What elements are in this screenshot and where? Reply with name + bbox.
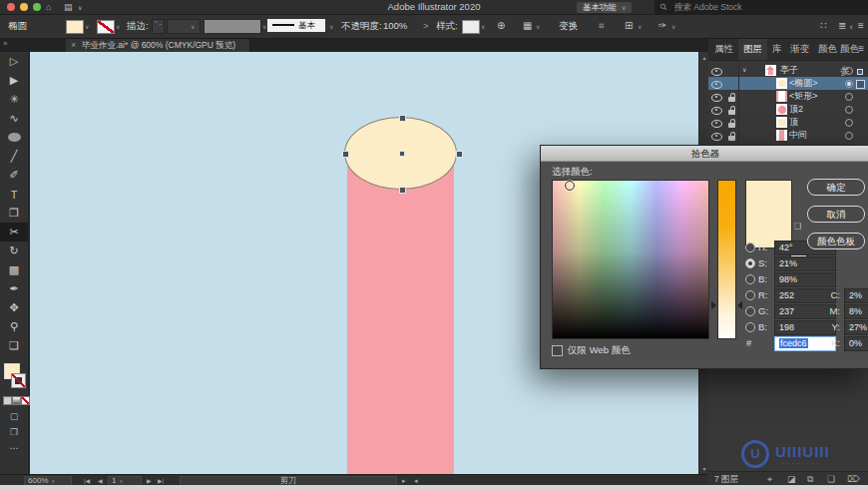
tab-gradient[interactable]: 渐变 — [790, 38, 809, 60]
close-window-button[interactable] — [7, 3, 15, 11]
more-tools-icon[interactable]: ⋯ — [0, 443, 28, 453]
layer-thumbnail[interactable] — [776, 104, 787, 115]
layer-row[interactable]: 顶2 — [708, 103, 868, 116]
radio-r[interactable] — [745, 290, 755, 300]
lock-icon[interactable] — [728, 119, 735, 128]
layer-name[interactable]: <椭圆> — [789, 77, 818, 90]
new-layer-icon[interactable]: ❏ — [827, 472, 835, 486]
collapse-right-icon[interactable]: ▸ — [402, 477, 406, 485]
panel-menu-icon[interactable]: ≡ — [858, 38, 864, 60]
layer-row[interactable]: 顶 — [708, 116, 868, 129]
last-artboard-icon[interactable]: ▶| — [158, 477, 164, 484]
anchor-handle-top[interactable] — [399, 115, 406, 122]
tab-properties[interactable]: 属性 — [714, 38, 733, 60]
layer-row-group[interactable]: ∨ 亭子 — [708, 64, 868, 77]
layer-thumbnail[interactable] — [776, 91, 787, 102]
visibility-icon[interactable] — [711, 68, 722, 76]
pen-settings-icon[interactable]: ✑ — [658, 19, 666, 32]
tab-libraries[interactable]: 库 — [772, 38, 782, 60]
lock-icon[interactable] — [728, 93, 735, 102]
radio-h[interactable] — [745, 243, 755, 252]
ellipse-tool[interactable] — [0, 128, 28, 147]
s-input[interactable]: 21% — [774, 256, 836, 271]
hand-tool[interactable]: ✥ — [0, 298, 28, 317]
transform-label[interactable]: 变换 — [559, 19, 578, 32]
document-setup-grid-icon[interactable]: ▦ — [523, 19, 532, 32]
new-sublayer-icon[interactable]: ⧉ — [807, 472, 813, 486]
chevron-right-icon[interactable]: > — [423, 19, 429, 32]
visibility-icon[interactable] — [711, 94, 722, 102]
draw-mode-icon[interactable]: ▢ — [0, 411, 28, 421]
visibility-icon[interactable] — [711, 107, 722, 115]
opacity-value[interactable]: 100% — [383, 19, 407, 32]
chevron-down-icon[interactable]: ∨ — [85, 23, 89, 30]
stroke-color-swatch[interactable] — [97, 20, 115, 34]
color-swatches-button[interactable]: 颜色色板 — [807, 233, 865, 249]
direct-selection-tool[interactable]: ▶ — [0, 71, 28, 90]
workspace-switcher[interactable]: 基本功能∨ — [577, 2, 632, 13]
type-tool[interactable]: T — [0, 185, 28, 204]
align-icon[interactable]: ⊞ — [625, 19, 633, 32]
scissors-tool[interactable]: ✂ — [0, 223, 28, 242]
target-circle-icon[interactable] — [845, 132, 853, 140]
arrange-grid-icon[interactable]: ∷ — [820, 19, 826, 32]
minimize-window-button[interactable] — [20, 3, 28, 11]
stroke-weight-select[interactable] — [167, 19, 201, 34]
gradient-mode-icon[interactable] — [12, 396, 21, 405]
dialog-titlebar[interactable]: 拾色器 — [541, 146, 868, 162]
visibility-icon[interactable] — [711, 120, 722, 128]
menu-icon[interactable]: ≡ — [858, 19, 864, 32]
zoom-tool[interactable]: ⚲ — [0, 317, 28, 336]
radio-b[interactable] — [745, 274, 755, 284]
expand-arrow-icon[interactable]: ∨ — [742, 64, 746, 77]
next-artboard-icon[interactable]: ▶ — [147, 477, 152, 484]
collapse-left-icon[interactable]: ◂ — [414, 477, 418, 485]
tab-close-icon[interactable]: × — [71, 38, 76, 52]
layer-thumbnail[interactable] — [776, 130, 787, 141]
chevron-down-icon[interactable]: ∨ — [116, 23, 120, 30]
color-mode-icon[interactable] — [3, 396, 12, 405]
eyedropper-tool[interactable]: ✒ — [0, 279, 28, 298]
y-input[interactable]: 27% — [844, 320, 868, 335]
target-circle-icon[interactable] — [845, 67, 853, 75]
chevron-down-icon[interactable]: ∨ — [481, 23, 485, 30]
slider-arrow-right-icon[interactable] — [737, 301, 742, 309]
layer-row[interactable]: <矩形> — [708, 90, 868, 103]
chevron-down-icon[interactable]: ∨ — [671, 23, 675, 30]
target-circle-icon[interactable] — [845, 106, 853, 114]
lasso-tool[interactable]: ∿ — [0, 109, 28, 128]
paintbrush-tool[interactable]: ✐ — [0, 166, 28, 185]
stroke-profile-select[interactable] — [204, 19, 261, 34]
pink-column-shape[interactable] — [347, 152, 454, 474]
layer-name[interactable]: 中间 — [789, 129, 807, 142]
target-circle-icon[interactable] — [845, 80, 853, 88]
lock-icon[interactable] — [728, 106, 735, 115]
globe-icon[interactable]: ⊕ — [497, 19, 505, 32]
layer-name[interactable]: <矩形> — [789, 90, 818, 103]
web-gamut-cube-icon[interactable]: ❑ — [794, 222, 801, 231]
k-input[interactable]: 0% — [844, 336, 868, 351]
graphic-style-swatch[interactable] — [462, 20, 480, 34]
layer-thumbnail[interactable] — [765, 65, 776, 76]
chevron-down-icon[interactable]: ∨ — [329, 23, 333, 30]
free-transform-tool[interactable]: ❐ — [0, 204, 28, 223]
toolbar-expand-icon[interactable]: » — [3, 39, 7, 48]
layout-icon[interactable]: ▤ — [64, 0, 73, 14]
target-circle-icon[interactable] — [845, 93, 853, 101]
layer-row[interactable]: 中间 — [708, 129, 868, 142]
visibility-icon[interactable] — [711, 133, 722, 141]
bounding-box-icon[interactable]: ⌗ — [599, 19, 605, 32]
clipping-mask-icon[interactable]: ◪ — [787, 472, 796, 486]
tab-color[interactable]: 颜色 — [818, 38, 837, 60]
fill-color-swatch[interactable] — [66, 20, 84, 34]
magic-wand-tool[interactable]: ✳ — [0, 90, 28, 109]
chevron-down-icon[interactable]: ∨ — [536, 23, 540, 30]
hue-slider[interactable] — [717, 180, 736, 339]
anchor-handle-center[interactable] — [399, 151, 405, 157]
color-field-marker[interactable] — [565, 181, 575, 191]
stepper-down-icon[interactable]: ⌄ — [159, 20, 163, 26]
anchor-handle-right[interactable] — [456, 151, 463, 158]
brush-definition-select[interactable]: 基本 — [267, 19, 325, 32]
layer-thumbnail[interactable] — [776, 78, 787, 89]
radio-b2[interactable] — [745, 322, 755, 332]
